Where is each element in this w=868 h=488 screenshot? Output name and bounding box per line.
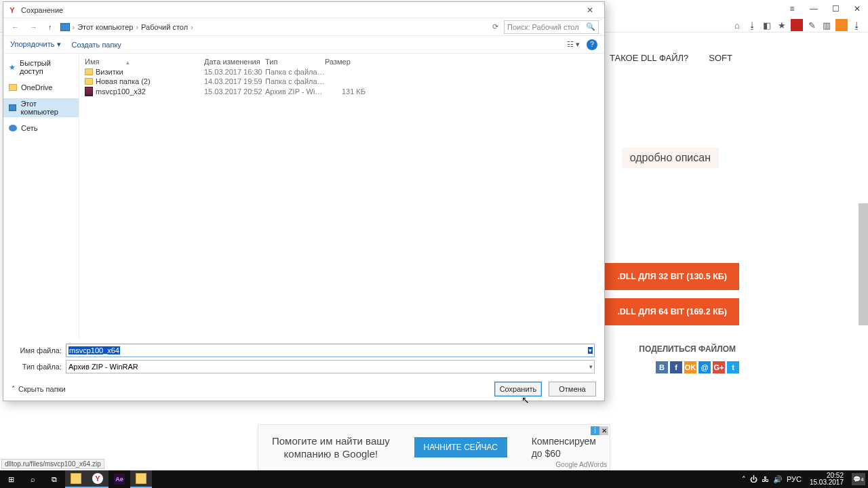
explorer-task[interactable]: [65, 470, 87, 488]
ext-icon[interactable]: [835, 19, 848, 31]
refresh-icon[interactable]: ⟳: [492, 22, 498, 31]
ext-icon[interactable]: ▥: [821, 19, 833, 31]
page-description: одробно описан: [622, 148, 719, 168]
crumb-thispc[interactable]: Этот компьютер: [77, 23, 133, 31]
start-button[interactable]: ⊞: [0, 470, 22, 488]
network-icon: [9, 125, 17, 131]
bookmark-icon[interactable]: ★: [776, 19, 788, 31]
filename-label: Имя файла:: [13, 346, 62, 354]
share-mail-icon[interactable]: @: [698, 361, 711, 373]
system-tray: ˄ ⏻ 🖧 🔊 РУС 20:5215.03.2017 💬4: [742, 472, 868, 486]
folder-icon: [9, 84, 17, 91]
col-size[interactable]: Размер: [325, 58, 366, 66]
crumb-desktop[interactable]: Рабочий стол: [141, 23, 188, 31]
view-mode-icon[interactable]: ☷ ▾: [567, 40, 580, 49]
tray-power-icon[interactable]: ⏻: [750, 475, 757, 483]
sidebar-item-onedrive[interactable]: OneDrive: [3, 82, 79, 93]
nav-back-icon[interactable]: ←: [9, 23, 22, 31]
ext-icon[interactable]: ◧: [761, 19, 773, 31]
col-name[interactable]: Имя▴: [85, 58, 204, 66]
ad-close-icon[interactable]: ✕: [599, 426, 608, 435]
folder-icon: [85, 78, 93, 85]
close-browser-icon[interactable]: ✕: [846, 0, 868, 18]
nav-link-dll[interactable]: ТАКОЕ DLL ФАЙЛ?: [610, 53, 688, 63]
folder-icon: [85, 68, 93, 75]
taskbar: ⊞ ⌕ ⧉ Y Ae ˄ ⏻ 🖧 🔊 РУС 20:5215.03.2017 💬…: [0, 470, 868, 488]
ad-right-text: Компенсируемдо $60: [532, 435, 596, 460]
aftereffects-task[interactable]: Ae: [108, 470, 130, 488]
share-fb-icon[interactable]: f: [670, 361, 682, 373]
tray-sound-icon[interactable]: 🔊: [773, 475, 783, 484]
close-dialog-icon[interactable]: ✕: [580, 5, 600, 15]
pc-icon: [60, 23, 70, 31]
share-ok-icon[interactable]: OK: [684, 361, 696, 373]
search-icon[interactable]: 🔍: [586, 22, 595, 31]
ad-banner: i ✕ Помогите им найти вашукомпанию в Goo…: [258, 424, 610, 470]
sidebar-item-quick[interactable]: ★Быстрый доступ: [3, 58, 79, 77]
nav-up-icon[interactable]: ↑: [45, 23, 55, 31]
pc-icon: [9, 104, 16, 111]
browser-toolbar: ⌂ ⭳ ◧ ★ ✎ ▥ ⭳: [731, 19, 863, 31]
file-row[interactable]: Новая папка (2)14.03.2017 19:59Папка с ф…: [85, 77, 599, 86]
chevron-down-icon[interactable]: ▾: [589, 363, 593, 370]
hide-folders-toggle[interactable]: ˄Скрыть папки: [12, 385, 66, 394]
col-date[interactable]: Дата изменения: [204, 58, 265, 66]
file-row[interactable]: Визитки15.03.2017 16:30Папка с файлами: [85, 67, 599, 77]
share-title: ПОДЕЛИТЬСЯ ФАЙЛОМ: [639, 344, 736, 354]
file-header[interactable]: Имя▴ Дата изменения Тип Размер: [85, 56, 599, 67]
tray-lang[interactable]: РУС: [787, 475, 802, 483]
col-type[interactable]: Тип: [265, 58, 325, 66]
share-tw-icon[interactable]: t: [727, 361, 739, 373]
tray-notifications-icon[interactable]: 💬4: [852, 473, 865, 485]
share-vk-icon[interactable]: B: [656, 361, 668, 373]
download-64bit-button[interactable]: .DLL ДЛЯ 64 BIT (169.2 КБ): [605, 298, 739, 325]
sidebar: ★Быстрый доступ OneDrive Этот компьютер …: [3, 54, 79, 340]
tray-clock[interactable]: 20:5215.03.2017: [806, 472, 848, 486]
ad-info-icon[interactable]: i: [591, 426, 599, 435]
chevron-down-icon[interactable]: ▾: [588, 347, 593, 354]
new-folder-button[interactable]: Создать папку: [72, 41, 121, 49]
ad-cta-button[interactable]: НАЧНИТЕ СЕЙЧАС: [414, 437, 507, 458]
share-buttons: B f OK @ G+ t: [656, 361, 739, 373]
maximize-icon[interactable]: ☐: [825, 0, 846, 18]
download-32bit-button[interactable]: .DLL ДЛЯ 32 BIT (130.5 КБ): [605, 263, 739, 290]
ext-icon[interactable]: ⌂: [731, 19, 743, 31]
sidebar-item-network[interactable]: Сеть: [3, 123, 79, 134]
download-active-icon[interactable]: ⭳: [850, 19, 863, 31]
filetype-label: Тип файла:: [13, 363, 62, 371]
chevron-up-icon: ˄: [12, 385, 16, 394]
yandex-icon: Y: [7, 5, 17, 15]
download-icon[interactable]: ⭳: [746, 19, 758, 31]
cancel-button[interactable]: Отмена: [549, 382, 596, 396]
search-input[interactable]: Поиск: Рабочий стол 🔍: [504, 20, 599, 34]
minimize-icon[interactable]: —: [803, 0, 825, 18]
zip-icon: [85, 87, 93, 96]
save-button[interactable]: Сохранить: [494, 382, 542, 396]
adblock-icon[interactable]: [791, 19, 803, 31]
edit-icon[interactable]: ✎: [806, 19, 818, 31]
nav-fwd-icon: →: [27, 23, 40, 31]
star-icon: ★: [9, 63, 16, 72]
scrollbar-thumb[interactable]: [859, 203, 868, 325]
tray-network-icon[interactable]: 🖧: [762, 475, 769, 483]
dialog-title: Сохранение: [21, 6, 63, 14]
page-nav: ТАКОЕ DLL ФАЙЛ? SOFT: [610, 53, 732, 63]
file-list: Имя▴ Дата изменения Тип Размер Визитки15…: [79, 54, 604, 340]
explorer2-task[interactable]: [130, 470, 152, 488]
file-row[interactable]: msvcp100_x3215.03.2017 20:52Архив ZIP - …: [85, 86, 599, 97]
share-gplus-icon[interactable]: G+: [713, 361, 725, 373]
save-dialog: Y Сохранение ✕ ← → ↑ › Этот компьютер › …: [3, 1, 605, 401]
taskview-icon[interactable]: ⧉: [43, 470, 65, 488]
help-icon[interactable]: ?: [587, 39, 597, 50]
breadcrumb[interactable]: › Этот компьютер › Рабочий стол ›: [60, 23, 488, 31]
search-task-icon[interactable]: ⌕: [22, 470, 43, 488]
filename-input[interactable]: msvcp100_x64▾: [66, 344, 595, 357]
organize-menu[interactable]: Упорядочить ▾: [10, 40, 61, 49]
sidebar-item-thispc[interactable]: Этот компьютер: [3, 98, 79, 117]
status-bar-url: dlltop.ru/files/msvcp100_x64.zip: [1, 459, 104, 469]
tray-chevron-icon[interactable]: ˄: [742, 475, 746, 484]
browser-menu-icon[interactable]: ≡: [781, 0, 803, 18]
yandex-task[interactable]: Y: [87, 470, 108, 488]
filetype-select[interactable]: Архив ZIP - WinRAR▾: [66, 360, 595, 373]
nav-link-soft[interactable]: SOFT: [709, 53, 732, 63]
